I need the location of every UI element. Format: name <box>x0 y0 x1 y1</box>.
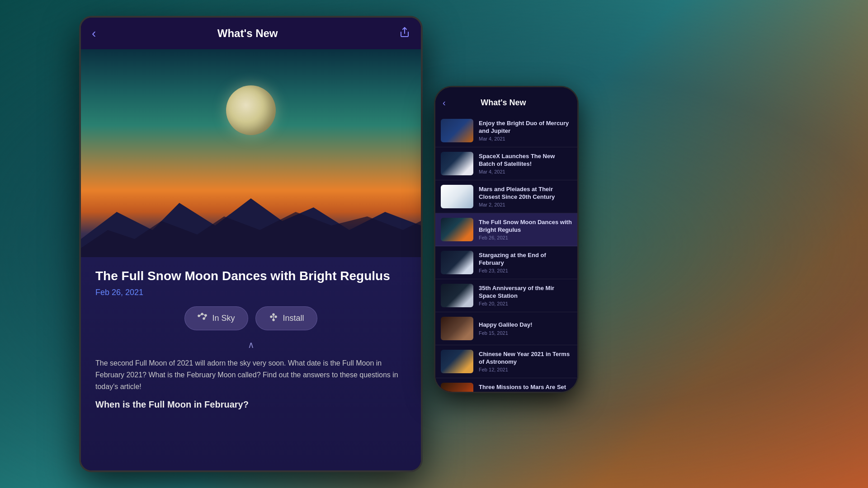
in-sky-button[interactable]: In Sky <box>184 306 248 330</box>
tablet-page-title: What's New <box>217 27 278 40</box>
news-thumbnail <box>441 350 473 373</box>
news-headline: 35th Anniversary of the Mir Space Statio… <box>479 285 572 300</box>
article-date: Feb 26, 2021 <box>95 288 406 297</box>
action-buttons-row: In Sky Install <box>95 306 406 330</box>
news-date: Feb 20, 2021 <box>479 301 572 306</box>
news-info: Mars and Pleiades at Their Closest Since… <box>479 186 572 208</box>
news-info: Happy Galileo Day!Feb 15, 2021 <box>479 321 572 336</box>
news-date: Feb 15, 2021 <box>479 330 572 336</box>
news-list-item[interactable]: Enjoy the Bright Duo of Mercury and Jupi… <box>435 114 577 147</box>
news-thumbnail <box>441 284 473 307</box>
tablet-back-button[interactable]: ‹ <box>92 27 96 40</box>
phone-page-title: What's New <box>446 98 561 108</box>
article-title: The Full Snow Moon Dances with Bright Re… <box>95 268 406 284</box>
news-thumbnail <box>441 317 473 340</box>
svg-point-10 <box>270 316 272 318</box>
tablet-header: ‹ What's New <box>81 18 421 49</box>
news-info: The Full Snow Moon Dances with Bright Re… <box>479 219 572 241</box>
news-info: Three Missions to Mars Are Set to Arrive… <box>479 384 572 392</box>
news-date: Mar 2, 2021 <box>479 202 572 207</box>
news-list-item[interactable]: The Full Snow Moon Dances with Bright Re… <box>435 213 577 246</box>
news-list-item[interactable]: Chinese New Year 2021 in Terms of Astron… <box>435 345 577 378</box>
svg-line-7 <box>200 314 201 316</box>
svg-point-3 <box>198 315 200 317</box>
install-label: Install <box>283 314 304 323</box>
news-date: Mar 4, 2021 <box>479 136 572 141</box>
install-icon <box>269 312 278 324</box>
news-list-item[interactable]: 35th Anniversary of the Mir Space Statio… <box>435 279 577 312</box>
news-list-item[interactable]: Three Missions to Mars Are Set to Arrive… <box>435 378 577 392</box>
svg-point-12 <box>275 316 277 318</box>
constellation-icon <box>198 312 208 324</box>
phone-screen: ‹ What's New Enjoy the Bright Duo of Mer… <box>435 87 577 392</box>
phone-header: ‹ What's New <box>435 87 577 114</box>
mountains-silhouette <box>81 185 421 266</box>
news-list-item[interactable]: Happy Galileo Day!Feb 15, 2021 <box>435 312 577 345</box>
news-thumbnail <box>441 251 473 274</box>
news-list: Enjoy the Bright Duo of Mercury and Jupi… <box>435 114 577 392</box>
svg-point-6 <box>203 318 205 319</box>
expand-arrow[interactable]: ∧ <box>95 339 406 350</box>
news-date: Mar 4, 2021 <box>479 169 572 174</box>
news-list-item[interactable]: Stargazing at the End of FebruaryFeb 23,… <box>435 246 577 279</box>
news-info: SpaceX Launches The New Batch of Satelli… <box>479 153 572 175</box>
news-date: Feb 12, 2021 <box>479 367 572 372</box>
svg-line-9 <box>205 316 206 318</box>
news-headline: Mars and Pleiades at Their Closest Since… <box>479 186 572 201</box>
tablet-device: ‹ What's New <box>79 16 423 472</box>
tablet-hero-image <box>81 49 421 266</box>
svg-line-8 <box>203 314 205 315</box>
news-headline: Stargazing at the End of February <box>479 252 572 267</box>
article-body-text: The second Full Moon of 2021 will adorn … <box>95 357 406 392</box>
install-button[interactable]: Install <box>255 306 317 330</box>
news-headline: The Full Snow Moon Dances with Bright Re… <box>479 219 572 234</box>
news-thumbnail <box>441 218 473 241</box>
news-headline: SpaceX Launches The New Batch of Satelli… <box>479 153 572 168</box>
phone-device: ‹ What's New Enjoy the Bright Duo of Mer… <box>434 86 579 393</box>
news-headline: Chinese New Year 2021 in Terms of Astron… <box>479 351 572 366</box>
news-date: Feb 23, 2021 <box>479 268 572 273</box>
svg-point-13 <box>273 319 274 321</box>
news-info: Enjoy the Bright Duo of Mercury and Jupi… <box>479 120 572 142</box>
moon-image <box>226 85 276 135</box>
svg-point-4 <box>201 313 203 315</box>
tablet-share-button[interactable] <box>399 27 410 40</box>
svg-point-5 <box>205 314 207 316</box>
tablet-article-content: The Full Snow Moon Dances with Bright Re… <box>81 257 421 470</box>
news-thumbnail <box>441 152 473 175</box>
article-subtitle: When is the Full Moon in February? <box>95 399 406 410</box>
news-thumbnail <box>441 185 473 208</box>
news-info: 35th Anniversary of the Mir Space Statio… <box>479 285 572 307</box>
svg-point-11 <box>273 314 274 315</box>
news-thumbnail <box>441 383 473 392</box>
news-info: Stargazing at the End of FebruaryFeb 23,… <box>479 252 572 274</box>
news-thumbnail <box>441 119 473 142</box>
phone-back-button[interactable]: ‹ <box>443 98 446 108</box>
news-info: Chinese New Year 2021 in Terms of Astron… <box>479 351 572 373</box>
news-list-item[interactable]: SpaceX Launches The New Batch of Satelli… <box>435 147 577 180</box>
in-sky-label: In Sky <box>212 314 235 323</box>
news-headline: Happy Galileo Day! <box>479 321 572 329</box>
news-list-item[interactable]: Mars and Pleiades at Their Closest Since… <box>435 180 577 213</box>
news-date: Feb 26, 2021 <box>479 235 572 240</box>
tablet-screen: ‹ What's New <box>81 18 421 470</box>
news-headline: Enjoy the Bright Duo of Mercury and Jupi… <box>479 120 572 135</box>
news-headline: Three Missions to Mars Are Set to Arrive… <box>479 384 572 392</box>
